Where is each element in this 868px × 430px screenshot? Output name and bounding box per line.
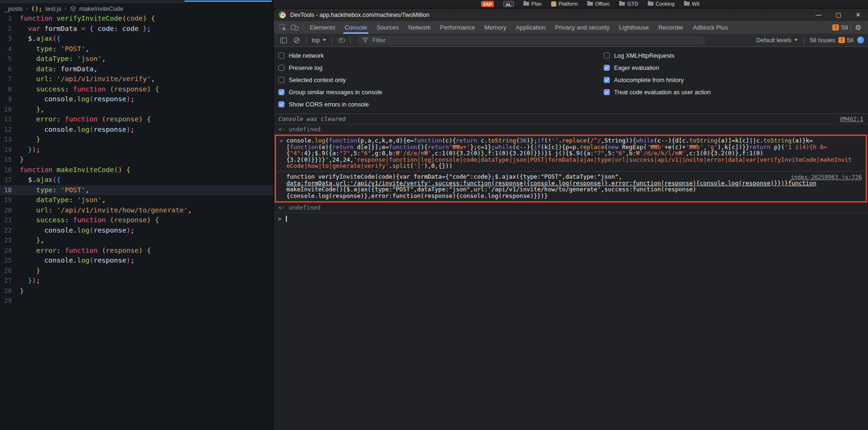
checkbox <box>278 77 284 83</box>
code-line[interactable]: 28} <box>0 286 274 296</box>
bookmark-item-plan[interactable]: Plan <box>523 1 542 7</box>
code-line[interactable]: 6 data: formData, <box>0 64 274 75</box>
source-link-index-js[interactable]: index-26259963.js:726 <box>791 174 862 181</box>
extension-icon[interactable] <box>857 37 864 44</box>
filter-box[interactable] <box>357 36 706 45</box>
checkbox <box>278 53 284 59</box>
code-text: dataType: 'json', <box>20 54 274 64</box>
issues-indicator[interactable]: ! 58 <box>832 24 848 31</box>
close-button[interactable]: ✕ <box>848 8 868 21</box>
line-number: 4 <box>0 44 20 54</box>
checkbox-hide-network[interactable]: Hide network <box>278 49 604 61</box>
inspect-element-icon[interactable] <box>277 21 289 34</box>
tab-network[interactable]: Network <box>404 21 436 34</box>
code-text: console.log(response); <box>20 125 274 135</box>
breadcrumb-file[interactable]: test.js <box>46 5 61 12</box>
tab-performance[interactable]: Performance <box>435 21 479 34</box>
code-line[interactable]: 24 error: function (response) { <box>0 246 274 256</box>
breadcrumb-folder[interactable]: _posts <box>5 5 23 12</box>
bookmark-item-wit[interactable]: Wit <box>684 1 699 7</box>
gear-icon[interactable]: ⚙ <box>855 23 861 32</box>
checkbox-log-xmlhttprequests[interactable]: Log XMLHttpRequests <box>604 49 868 61</box>
code-line[interactable]: 18 type: 'POST', <box>0 185 274 196</box>
code-line[interactable]: 29 <box>0 296 274 306</box>
code-line[interactable]: 1function verifyInviteCode(code) { <box>0 14 274 24</box>
code-line[interactable]: 26 } <box>0 266 274 276</box>
live-expression-eye-icon[interactable] <box>335 34 347 46</box>
line-number: 13 <box>0 135 20 145</box>
code-line[interactable]: 7 url: '/api/v1/invite/verify', <box>0 74 274 84</box>
bookmark-item-offsec[interactable]: Offsec <box>587 1 610 7</box>
code-line[interactable]: 22 console.log(response); <box>0 226 274 236</box>
code-line[interactable]: 27 }); <box>0 276 274 286</box>
code-line[interactable]: 12 console.log(response); <box>0 125 274 135</box>
console-settings-panel: Hide networkPreserve logSelected context… <box>274 47 868 114</box>
tab-application[interactable]: Application <box>511 21 551 34</box>
log-levels-selector[interactable]: Default levels <box>756 37 798 44</box>
tab-lighthouse[interactable]: Lighthouse <box>615 21 654 34</box>
code-text: } <box>20 286 274 296</box>
code-lines[interactable]: 1function verifyInviteCode(code) {2 var … <box>0 14 274 430</box>
result-value: undefined <box>289 204 321 211</box>
code-line[interactable]: 16function makeInviteCode() { <box>0 165 274 175</box>
checkbox-group-similar-messages-in-console[interactable]: Group similar messages in console <box>278 86 604 98</box>
minimize-button[interactable]: — <box>809 8 829 21</box>
code-line[interactable]: 4 type: 'POST', <box>0 44 274 54</box>
code-line[interactable]: 17 $.ajax({ <box>0 175 274 185</box>
clear-console-icon[interactable] <box>291 34 303 46</box>
devtools-titlebar[interactable]: DevTools - app.hackthebox.com/machines/T… <box>274 8 868 21</box>
code-line[interactable]: 9 console.log(response); <box>0 94 274 105</box>
devtools-window: DevTools - app.hackthebox.com/machines/T… <box>274 8 868 430</box>
output-data-uri-link[interactable]: data:formData,url:'/api/v1/invite/verify… <box>286 180 791 187</box>
console-prompt[interactable]: > <box>274 213 868 224</box>
code-line[interactable]: 5 dataType: 'json', <box>0 54 274 64</box>
console-sidebar-icon[interactable] <box>277 34 290 46</box>
bookmark-item-gtd[interactable]: GTD <box>619 1 638 7</box>
maximize-button[interactable]: ▢ <box>829 8 848 21</box>
tab-elements[interactable]: Elements <box>305 21 340 34</box>
checkbox-selected-context-only[interactable]: Selected context only <box>278 74 604 86</box>
bookmark-badge-al[interactable]: AL <box>503 1 514 7</box>
code-line[interactable]: 14 }); <box>0 145 274 155</box>
checkbox-preserve-log[interactable]: Preserve log <box>278 61 604 74</box>
text-cursor <box>286 216 287 222</box>
console-messages[interactable]: Console was cleared VM462:1 <· undefined… <box>274 114 868 224</box>
bookmark-item-cooking[interactable]: Cooking <box>648 1 675 7</box>
context-selector[interactable]: top <box>309 37 329 44</box>
console-result-row: <· undefined <box>274 124 868 135</box>
filter-input[interactable] <box>371 37 700 44</box>
code-line[interactable]: 15} <box>0 155 274 165</box>
checkbox-autocomplete-from-history[interactable]: Autocomplete from history <box>604 74 868 86</box>
tab-console[interactable]: Console <box>340 21 372 34</box>
bookmark-item-platform[interactable]: Platform <box>551 1 578 7</box>
checkbox-treat-code-evaluation-as-user-action[interactable]: Treat code evaluation as user action <box>604 86 868 98</box>
code-line[interactable]: 8 success: function (response) { <box>0 84 274 95</box>
tab-sources[interactable]: Sources <box>372 21 404 34</box>
code-text: function makeInviteCode() { <box>20 165 274 175</box>
breadcrumb-symbol[interactable]: makeInviteCode <box>79 5 123 12</box>
tab-privacy-and-security[interactable]: Privacy and security <box>550 21 614 34</box>
source-link-vm[interactable]: VM462:1 <box>839 116 863 122</box>
tab-adblock-plus[interactable]: Adblock Plus <box>688 21 733 34</box>
code-line[interactable]: 2 var formData = { code: code }; <box>0 24 274 34</box>
checkbox-show-cors-errors-in-console[interactable]: Show CORS errors in console <box>278 98 604 110</box>
log-levels-label: Default levels <box>756 37 791 44</box>
code-line[interactable]: 11 error: function (response) { <box>0 114 274 125</box>
bookmark-badge-zap[interactable]: ZAP <box>481 1 494 7</box>
device-toolbar-icon[interactable] <box>289 21 301 34</box>
code-line[interactable]: 25 console.log(response); <box>0 256 274 266</box>
code-line[interactable]: 19 dataType: 'json', <box>0 195 274 205</box>
code-line[interactable]: 20 url: '/api/v1/invite/how/to/generate'… <box>0 205 274 216</box>
tab-memory[interactable]: Memory <box>480 21 511 34</box>
checkbox-eager-evaluation[interactable]: Eager evaluation <box>604 61 868 74</box>
tab-recorder[interactable]: Recorder <box>653 21 688 34</box>
code-line[interactable]: 3 $.ajax({ <box>0 34 274 44</box>
code-line[interactable]: 13 } <box>0 135 274 145</box>
code-text: $.ajax({ <box>20 34 274 44</box>
issues-counter[interactable]: 58 Issues: ! 58 <box>810 37 853 44</box>
code-line[interactable]: 21 success: function (response) { <box>0 215 274 226</box>
code-line[interactable]: 23 }, <box>0 235 274 246</box>
code-line[interactable]: 10 }, <box>0 105 274 115</box>
line-number: 1 <box>0 14 20 24</box>
checkbox <box>278 101 284 107</box>
